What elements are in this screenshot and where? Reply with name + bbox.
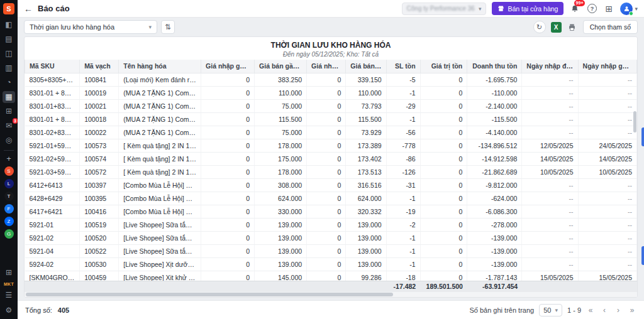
sidebar-item-support[interactable]: ◎	[3, 134, 15, 146]
sidebar-item-reports[interactable]: ▦	[3, 91, 15, 103]
cell: 100459	[80, 271, 119, 281]
sort-toggle-button[interactable]: ⇅	[161, 20, 175, 34]
channel-lazada-icon[interactable]: L	[4, 179, 14, 188]
back-button[interactable]: ←	[24, 4, 33, 13]
export-excel-icon[interactable]: X	[551, 22, 562, 33]
cell: 0	[307, 257, 346, 271]
cell: 316.516	[346, 178, 386, 192]
app-logo[interactable]: S	[3, 3, 14, 14]
page-size-select[interactable]: 50 ▾	[539, 304, 562, 316]
cell: [Combo Mùa Lễ Hội] Combo nước h...	[119, 192, 201, 205]
add-channel-button[interactable]: +	[6, 154, 11, 163]
user-menu[interactable]: ▾	[620, 3, 638, 15]
sidebar-item-messages[interactable]: ✉3	[3, 120, 15, 132]
horizontal-scrollbar-track[interactable]	[25, 292, 637, 297]
cell: 178.000	[255, 165, 307, 178]
cell: 0	[307, 178, 346, 192]
cell: 100018	[80, 112, 119, 126]
cell: [ Kèm quà tặng] 2 IN 1 Combo sữa t...	[119, 165, 201, 178]
channel-tiktok-icon[interactable]: T	[4, 192, 14, 201]
page-size-label: Số bản ghi trên trang	[469, 306, 534, 314]
cell: [SKM04GROSDSSD...	[25, 271, 80, 281]
channel-zalo-icon[interactable]: Z	[4, 217, 14, 226]
sidebar-item-invoices[interactable]: ▥	[3, 62, 15, 74]
last-page-button[interactable]: »	[628, 306, 636, 314]
vertical-scrollbar-thumb[interactable]	[633, 111, 636, 132]
choose-params-button[interactable]: Chọn tham số	[583, 20, 638, 34]
cell: --	[578, 244, 636, 257]
cell: --	[578, 99, 636, 112]
cell: [Combo Mùa Lễ Hội] Combo nước h...	[119, 178, 201, 192]
cell: 0	[201, 231, 255, 244]
store-selector[interactable]: Công ty Performance 36 ▾	[402, 3, 487, 15]
notification-bell-icon[interactable]: 99+	[569, 3, 580, 14]
summary-cell: 189.501.500	[420, 281, 467, 292]
avatar[interactable]	[620, 3, 633, 15]
cell: 139.000	[346, 218, 386, 231]
cell: --	[522, 99, 578, 112]
cell: 5921-01	[25, 218, 80, 231]
page-range: 1 - 9	[567, 306, 581, 314]
sidebar-item-products[interactable]: ◫	[3, 48, 15, 60]
cell: 0	[201, 73, 255, 86]
cell: [Live Shopee] Sữa tắm trắng da dưỡ...	[119, 231, 201, 244]
sidebar-mkt-badge[interactable]: MKT	[4, 282, 14, 286]
cell: 0	[201, 152, 255, 165]
cell: 0	[307, 99, 346, 112]
sidebar-settings-icon[interactable]: ⚙	[3, 305, 15, 316]
cell: -86	[386, 152, 420, 165]
column-header-3: Giá nhập gần nhất	[201, 60, 255, 73]
report-title: THỜI GIAN LƯU KHO HÀNG HÓA	[25, 41, 637, 50]
cell: -1.695.750	[467, 73, 522, 86]
cell: -14.912.598	[467, 152, 522, 165]
horizontal-scrollbar-thumb[interactable]	[26, 293, 393, 296]
sidebar-item-pos[interactable]: ◧	[3, 19, 15, 31]
cell: 0	[307, 218, 346, 231]
column-header-4: Giá bán gần nhất	[255, 60, 307, 73]
channel-google-icon[interactable]: G	[4, 229, 14, 239]
cell: -21.862.689	[467, 165, 522, 178]
cell: 0	[307, 139, 346, 152]
sidebar-apps-grid-icon[interactable]: ⊞	[3, 267, 15, 279]
cell: 5921-03+5921-03+5...	[25, 165, 80, 178]
cell: 139.000	[346, 257, 386, 271]
cell: 330.000	[255, 205, 307, 218]
table-row: 6412+6413100397[Combo Mùa Lễ Hội] Combo …	[25, 178, 637, 192]
apps-grid-icon[interactable]: ⊞	[603, 3, 614, 14]
table-row: 8301-01 + 8301-01100018(MUA 2 TẶNG 1) Co…	[25, 112, 637, 126]
floating-tab[interactable]	[641, 246, 644, 265]
cell: 173.402	[346, 152, 386, 165]
cell: 100416	[80, 205, 119, 218]
sidebar-item-badge: 3	[13, 118, 18, 124]
prev-page-button[interactable]: ‹	[600, 306, 609, 314]
cell: -1	[386, 257, 420, 271]
cell: 110.000	[346, 86, 386, 99]
help-icon[interactable]: ?	[586, 3, 597, 14]
column-header-1: Mã vạch	[80, 60, 119, 73]
cell: -4.140.000	[467, 126, 522, 139]
sidebar-item-applications[interactable]: ⊞	[3, 105, 15, 117]
sidebar-item-customers[interactable]: ◔	[3, 77, 15, 89]
cell: 15/05/2025	[522, 271, 578, 281]
report-type-select[interactable]: Thời gian lưu kho hàng hóa ▾	[24, 20, 157, 34]
next-page-button[interactable]: ›	[614, 306, 623, 314]
sidebar-item-orders[interactable]: ▤	[3, 33, 15, 45]
cell: 0	[201, 271, 255, 281]
channel-shopee-icon[interactable]: S	[4, 166, 14, 176]
cell: 6417+6421	[25, 205, 80, 218]
table-header-row: Mã SKUMã vạchTên hàng hóaGiá nhập gần nh…	[25, 60, 637, 73]
channel-facebook-icon[interactable]: F	[4, 204, 14, 214]
chevron-down-icon[interactable]: ▾	[635, 6, 638, 12]
cell: 0	[420, 99, 467, 112]
pos-sale-button[interactable]: Bán tại cửa hàng	[492, 2, 564, 15]
cell: 0	[201, 86, 255, 99]
sidebar-menu-icon[interactable]: ☰	[3, 289, 15, 301]
refresh-icon[interactable]: ↻	[533, 21, 546, 33]
cell: -278.000	[467, 218, 522, 231]
storefront-icon	[497, 5, 504, 12]
cell: 100522	[80, 244, 119, 257]
first-page-button[interactable]: «	[586, 306, 595, 314]
print-icon[interactable]	[567, 21, 578, 33]
table-row: 8301-02+8301-02+...100022(MUA 2 TẶNG 1) …	[25, 126, 637, 139]
floating-tab[interactable]	[641, 127, 644, 146]
